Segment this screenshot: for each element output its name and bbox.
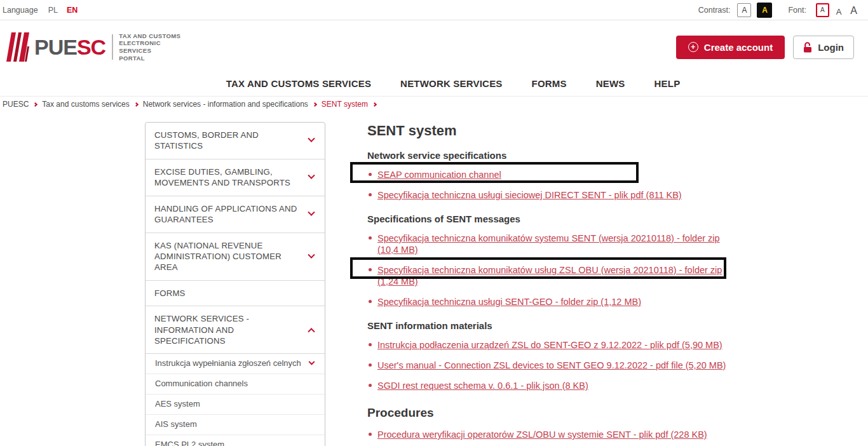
bullet-icon (369, 268, 372, 271)
sidebar-item[interactable]: NETWORK SERVICES - INFORMATION AND SPECI… (146, 306, 325, 354)
sidebar-subitem[interactable]: AES system (146, 395, 325, 415)
logo-caption: TAX AND CUSTOMS ELECTRONIC SERVICES PORT… (119, 32, 180, 62)
resource-link-item: Specyfikacja techniczna komunikatów syst… (367, 228, 740, 260)
contrast-normal-button[interactable]: A (737, 3, 751, 17)
sidebar-main-list: CUSTOMS, BORDER AND STATISTICS EXCISE DU… (146, 123, 325, 354)
resource-link-list: Procedura weryfikacji operatorów ZSL/OBU… (367, 424, 740, 445)
nav-item[interactable]: NETWORK SERVICES (400, 78, 502, 89)
breadcrumb-segment: SENT system (322, 100, 381, 109)
logo-wordmark: PUESC (34, 36, 105, 58)
resource-link-list: Specyfikacja techniczna komunikatów syst… (367, 228, 740, 312)
breadcrumb: PUESC Tax and customs services Network s… (0, 97, 868, 111)
breadcrumb-link[interactable]: SENT system (322, 100, 368, 109)
sidebar-item[interactable]: FORMS (146, 281, 325, 306)
sidebar-subitem-label: Instrukcja wypełniania zgłoszeń celnych (155, 358, 301, 369)
accessibility-controls: Contrast: A A Font: A A A (698, 3, 859, 18)
page-header: PUESC TAX AND CUSTOMS ELECTRONIC SERVICE… (0, 20, 868, 74)
sidebar-item-label: EXCISE DUTIES, GAMBLING, MOVEMENTS AND T… (154, 166, 304, 189)
section-heading: Network service specifications (367, 150, 740, 161)
sidebar-subitem[interactable]: Communication channels (146, 374, 325, 395)
nav-item[interactable]: TAX AND CUSTOMS SERVICES (226, 78, 371, 89)
sidebar-sub-list: Instrukcja wypełniania zgłoszeń celnych … (146, 354, 325, 446)
breadcrumb-segment: Network services - information and speci… (143, 100, 322, 109)
resource-link[interactable]: Procedura weryfikacji operatorów ZSL/OBU… (377, 429, 707, 440)
resource-link-list: SEAP communication channel Specyfikacja … (367, 165, 740, 205)
nav-item[interactable]: NEWS (596, 78, 625, 89)
bullet-icon (369, 363, 372, 367)
breadcrumb-segment: PUESC (3, 100, 42, 109)
sidebar-item[interactable]: KAS (NATIONAL REVENUE ADMINISTRATION) CU… (146, 233, 325, 281)
resource-link[interactable]: Specyfikacja techniczna usługi SENT-GEO … (377, 297, 641, 307)
logo-divider (112, 34, 113, 60)
section-heading: Specifications of SENT messages (367, 213, 740, 224)
section-heading: Procedures (367, 406, 740, 420)
bullet-icon (369, 343, 372, 346)
breadcrumb-link[interactable]: Tax and customs services (42, 100, 129, 109)
font-size-buttons: A A A (816, 3, 859, 17)
logo-caption-line: TAX AND CUSTOMS (119, 32, 180, 40)
language-link[interactable]: PL (48, 6, 58, 15)
create-account-button[interactable]: + Create account (676, 36, 785, 59)
bullet-icon (369, 236, 372, 240)
sidebar-subitem[interactable]: EMCS PL2 system (146, 435, 325, 446)
logo-stripes-icon (6, 32, 29, 62)
resource-link-item: Procedura weryfikacji operatorów ZSL/OBU… (367, 424, 740, 445)
nav-item[interactable]: FORMS (532, 78, 567, 89)
page-title: SENT system (367, 123, 740, 139)
resource-link-item: Specyfikacja techniczna usługi SENT-GEO … (367, 292, 740, 312)
sidebar-subitem-label: AES system (155, 399, 200, 410)
sidebar-item-label: NETWORK SERVICES - INFORMATION AND SPECI… (154, 313, 304, 346)
resource-link-item: User's manual - Connection ZSL devices t… (367, 355, 740, 375)
chevron-icon (309, 359, 315, 365)
font-size-button[interactable]: A (816, 3, 829, 17)
chevron-right-icon (134, 102, 139, 106)
logo-caption-line: PORTAL (119, 55, 180, 62)
chevron-right-icon (372, 102, 377, 106)
sidebar-item-label: CUSTOMS, BORDER AND STATISTICS (154, 130, 304, 152)
resource-link[interactable]: Instrukcja podłączenia urządzeń ZSL do S… (377, 340, 722, 350)
sidebar-item[interactable]: EXCISE DUTIES, GAMBLING, MOVEMENTS AND T… (146, 159, 325, 196)
chevron-icon (308, 251, 315, 258)
resource-link-item: SGDI rest request schema v. 0.6.1 - plik… (367, 375, 740, 396)
breadcrumb-link[interactable]: PUESC (3, 100, 29, 109)
main-content: SENT system Network service specificatio… (367, 122, 740, 445)
main-navigation: TAX AND CUSTOMS SERVICES NETWORK SERVICE… (0, 74, 868, 97)
sidebar-item-label: FORMS (154, 288, 186, 299)
resource-link[interactable]: Specyfikacja techniczna komunikatów syst… (377, 233, 720, 255)
resource-link-item: Instrukcja podłączenia urządzeń ZSL do S… (367, 335, 740, 355)
sidebar-subitem-label: Communication channels (155, 379, 248, 389)
nav-item[interactable]: HELP (654, 78, 681, 89)
login-button[interactable]: Login (793, 36, 854, 59)
chevron-icon (308, 328, 315, 335)
sidebar-subitem[interactable]: Instrukcja wypełniania zgłoszeń celnych (146, 354, 325, 374)
plus-circle-icon: + (688, 42, 698, 52)
resource-link[interactable]: User's manual - Connection ZSL devices t… (377, 360, 726, 370)
content-area: CUSTOMS, BORDER AND STATISTICS EXCISE DU… (0, 111, 868, 446)
sidebar-item-label: KAS (NATIONAL REVENUE ADMINISTRATION) CU… (154, 240, 304, 273)
chevron-icon (308, 209, 315, 216)
contrast-high-button[interactable]: A (757, 3, 772, 18)
puesc-logo[interactable]: PUESC TAX AND CUSTOMS ELECTRONIC SERVICE… (6, 32, 180, 62)
language-switcher: Language PL EN (3, 6, 78, 15)
resource-link[interactable]: SGDI rest request schema v. 0.6.1 - plik… (377, 381, 588, 391)
resource-link[interactable]: SEAP communication channel (377, 170, 501, 180)
sidebar-subitem-label: EMCS PL2 system (155, 440, 224, 446)
bullet-icon (369, 384, 372, 387)
resource-link[interactable]: Specyfikacja techniczna usługi sieciowej… (377, 190, 682, 200)
font-size-button[interactable]: A (848, 4, 859, 17)
section-heading: SENT information materials (367, 320, 740, 331)
contrast-label: Contrast: (698, 6, 731, 15)
sidebar-subitem-label: AIS system (155, 419, 197, 430)
sidebar-item-label: HANDLING OF APPLICATIONS AND GUARANTEES (154, 203, 304, 226)
resource-link-item: SEAP communication channel (367, 165, 740, 185)
sidebar-item[interactable]: CUSTOMS, BORDER AND STATISTICS (146, 123, 325, 159)
breadcrumb-link[interactable]: Network services - information and speci… (143, 100, 308, 109)
padlock-icon (803, 42, 812, 53)
sidebar-item[interactable]: HANDLING OF APPLICATIONS AND GUARANTEES (146, 196, 325, 233)
sidebar-subitem[interactable]: AIS system (146, 415, 325, 435)
resource-link-list: Instrukcja podłączenia urządzeń ZSL do S… (367, 335, 740, 396)
language-link[interactable]: EN (67, 6, 78, 15)
resource-link[interactable]: Specyfikacja techniczna komunikatów usłu… (377, 265, 722, 287)
resource-link-item: Specyfikacja techniczna komunikatów usłu… (367, 260, 740, 292)
font-size-button[interactable]: A (834, 6, 844, 17)
